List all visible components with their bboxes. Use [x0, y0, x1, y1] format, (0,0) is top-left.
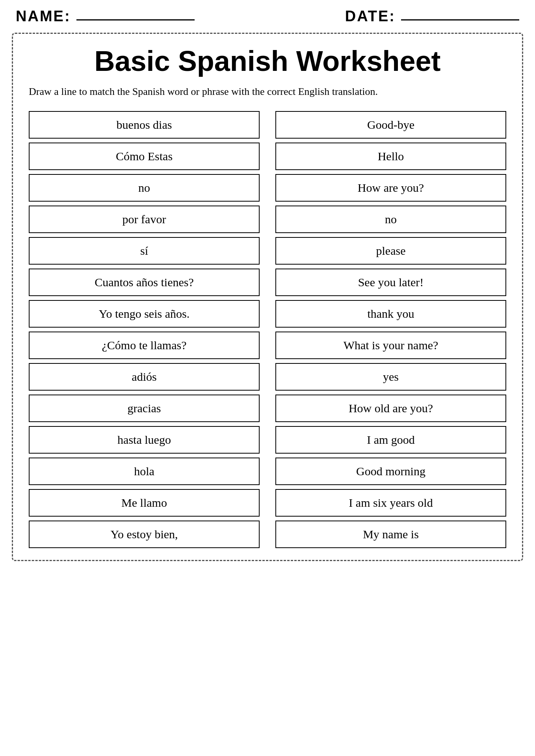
right-word-box: My name is: [275, 521, 506, 548]
left-word-box: hola: [29, 458, 260, 485]
right-column: Good-byeHelloHow are you?nopleaseSee you…: [275, 111, 506, 548]
left-word-box: ¿Cómo te llamas?: [29, 332, 260, 359]
name-label: NAME:: [16, 8, 195, 25]
right-word-box: I am six years old: [275, 489, 506, 517]
left-word-box: Yo tengo seis años.: [29, 300, 260, 328]
right-word-box: Good-bye: [275, 111, 506, 139]
left-column: buenos diasCómo Estasnopor favorsíCuanto…: [29, 111, 260, 548]
left-word-box: Cuantos años tienes?: [29, 269, 260, 296]
worksheet-container: Basic Spanish Worksheet Draw a line to m…: [12, 33, 523, 561]
right-word-box: no: [275, 206, 506, 233]
left-word-box: Cómo Estas: [29, 143, 260, 170]
page-header: NAME: DATE:: [12, 8, 523, 25]
left-word-box: por favor: [29, 206, 260, 233]
columns-wrapper: buenos diasCómo Estasnopor favorsíCuanto…: [29, 111, 506, 548]
left-word-box: adiós: [29, 363, 260, 391]
left-word-box: buenos dias: [29, 111, 260, 139]
left-word-box: Me llamo: [29, 489, 260, 517]
instructions: Draw a line to match the Spanish word or…: [29, 85, 506, 99]
date-label: DATE:: [345, 8, 519, 25]
right-word-box: Good morning: [275, 458, 506, 485]
right-word-box: See you later!: [275, 269, 506, 296]
left-word-box: sí: [29, 237, 260, 265]
worksheet-title: Basic Spanish Worksheet: [29, 46, 506, 77]
left-word-box: hasta luego: [29, 426, 260, 454]
right-word-box: What is your name?: [275, 332, 506, 359]
right-word-box: How old are you?: [275, 395, 506, 422]
right-word-box: Hello: [275, 143, 506, 170]
right-word-box: How are you?: [275, 174, 506, 202]
right-word-box: I am good: [275, 426, 506, 454]
right-word-box: thank you: [275, 300, 506, 328]
left-word-box: gracias: [29, 395, 260, 422]
right-word-box: please: [275, 237, 506, 265]
right-word-box: yes: [275, 363, 506, 391]
left-word-box: no: [29, 174, 260, 202]
left-word-box: Yo estoy bien,: [29, 521, 260, 548]
